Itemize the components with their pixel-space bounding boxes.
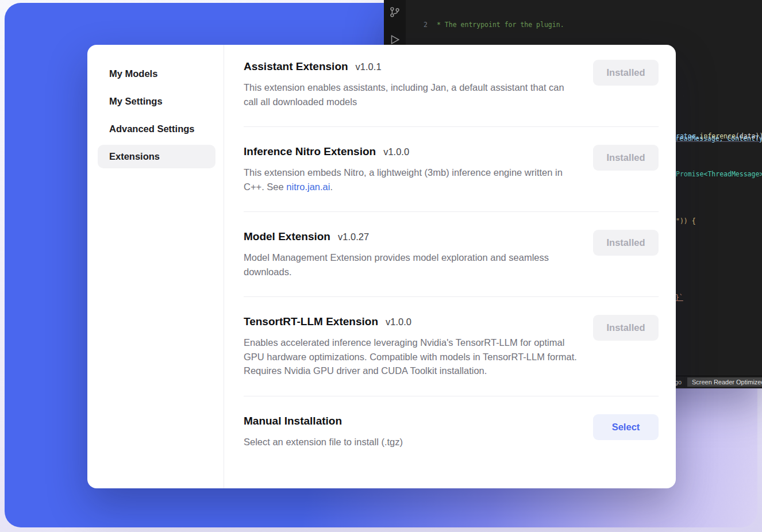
nitro-jan-ai-link[interactable]: nitro.jan.ai [286, 182, 330, 192]
row-divider [244, 396, 659, 396]
manual-installation-description: Select an extension file to install (.tg… [244, 435, 403, 449]
code-text: * The entrypoint for the plugin. [437, 20, 564, 30]
code-fragment: ")) { [676, 217, 696, 225]
extension-name: Inference Nitro Extension [244, 145, 376, 159]
description-text: . [330, 182, 333, 192]
extension-row-model: Model Extension v1.0.27 Model Management… [244, 230, 659, 279]
settings-card: My Models My Settings Advanced Settings … [87, 45, 676, 488]
extension-name: Assistant Extension [244, 60, 348, 74]
extension-title: Model Extension v1.0.27 [244, 230, 580, 244]
extension-row-assistant: Assistant Extension v1.0.1 This extensio… [244, 60, 659, 109]
code-text: (data)); [736, 132, 762, 140]
extension-info: Assistant Extension v1.0.1 This extensio… [244, 60, 580, 109]
extension-title: Assistant Extension v1.0.1 [244, 60, 580, 74]
extension-description: This extension embeds Nitro, a lightweig… [244, 165, 580, 194]
row-divider [244, 126, 659, 127]
extension-row-nitro: Inference Nitro Extension v1.0.0 This ex… [244, 145, 659, 194]
installed-button[interactable]: Installed [593, 230, 659, 256]
extension-info: Model Extension v1.0.27 Model Management… [244, 230, 580, 279]
code-fragment: Promise<ThreadMessage> [676, 170, 762, 178]
screen-reader-status-badge[interactable]: Screen Reader Optimized [687, 377, 762, 387]
extension-description: This extension enables assistants, inclu… [244, 80, 580, 109]
extension-info: Inference Nitro Extension v1.0.0 This ex… [244, 145, 580, 194]
extension-info: Manual Installation Select an extension … [244, 414, 403, 449]
extension-version: v1.0.27 [338, 230, 369, 244]
sidebar-item-my-settings[interactable]: My Settings [98, 90, 215, 113]
extensions-panel: Assistant Extension v1.0.1 This extensio… [224, 45, 676, 488]
source-control-icon[interactable] [388, 6, 401, 18]
sidebar-item-my-models[interactable]: My Models [98, 62, 215, 86]
sidebar-item-advanced-settings[interactable]: Advanced Settings [98, 117, 215, 141]
extension-name: TensortRT-LLM Extension [244, 315, 378, 329]
extension-title: TensortRT-LLM Extension v1.0.0 [244, 315, 580, 329]
code-fragment: rator.inference(data)); [676, 132, 762, 140]
extension-title: Inference Nitro Extension v1.0.0 [244, 145, 580, 159]
extension-name: Model Extension [244, 230, 330, 244]
extension-description: Enables accelerated inference leveraging… [244, 336, 580, 378]
manual-installation-row: Manual Installation Select an extension … [244, 414, 659, 449]
installed-button[interactable]: Installed [593, 60, 659, 86]
row-divider [244, 211, 659, 212]
extension-version: v1.0.0 [383, 145, 409, 159]
extension-version: v1.0.1 [356, 60, 382, 74]
installed-button[interactable]: Installed [593, 315, 659, 341]
code-line: 2 * The entrypoint for the plugin. [406, 20, 762, 30]
extension-description: Model Management Extension provides mode… [244, 250, 580, 279]
row-divider [244, 296, 659, 297]
line-number: 2 [406, 20, 437, 30]
run-icon[interactable] [388, 33, 401, 46]
code-text: rator. [676, 132, 700, 140]
extension-info: TensortRT-LLM Extension v1.0.0 Enables a… [244, 315, 580, 378]
sidebar-item-extensions[interactable]: Extensions [98, 145, 215, 168]
settings-sidebar: My Models My Settings Advanced Settings … [87, 45, 224, 488]
extension-name: Manual Installation [244, 414, 342, 428]
select-file-button[interactable]: Select [593, 414, 659, 440]
code-text: inference [700, 132, 736, 140]
installed-button[interactable]: Installed [593, 145, 659, 171]
extension-version: v1.0.0 [386, 315, 411, 329]
extension-row-tensorrt: TensortRT-LLM Extension v1.0.0 Enables a… [244, 315, 659, 378]
manual-installation-title: Manual Installation [244, 414, 403, 428]
